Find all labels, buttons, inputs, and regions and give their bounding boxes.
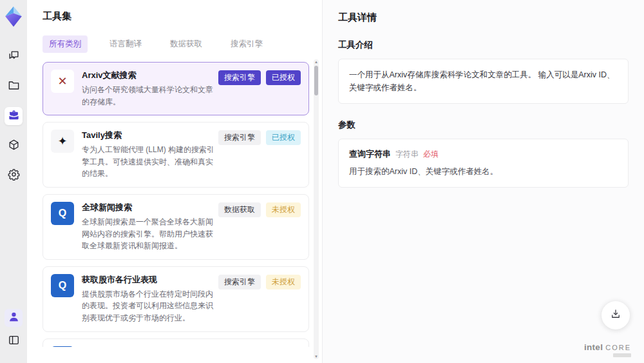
param-head: 查询字符串 字符串 必填 [349,148,618,160]
scroll-down-icon[interactable]: ▼ [314,354,319,359]
tool-list-panel: 工具集 所有类别 语言翻译 数据获取 搜索引擎 Arxiv文献搜索 访问各个研究… [27,0,322,363]
tool-card[interactable]: 全球新闻搜索 全球新闻搜索是一个聚合全球各大新闻网站内容的搜索引擎。帮助用户快速… [43,194,309,260]
arxiv-icon [51,70,74,93]
tool-card[interactable]: 获取股市各行业表现 提供股票市场各个行业在特定时间段内的表现。投资者可以利用这些… [43,266,309,332]
intel-core-logo: intel core [584,342,631,357]
folder-icon [8,79,20,94]
tab-search-engine[interactable]: 搜索引擎 [224,35,269,53]
tool-description: 提供股票市场各个行业在特定时间段内的表现。投资者可以利用这些信息来识别表现优于或… [82,288,214,324]
param-type: 字符串 [395,149,419,160]
tool-card[interactable]: 获取市场最活跃股票信息 提供当天交易量最高的股票列表。投资者可以利用这些信息来识… [43,338,309,347]
download-button[interactable] [601,301,630,329]
tool-card[interactable]: Tavily搜索 专为人工智能代理 (LLM) 构建的搜索引擎工具。可快速提供实… [43,122,309,188]
chat-icon [8,50,20,64]
sidebar-item-chat[interactable] [5,48,23,66]
auth-status-badge: 已授权 [266,70,301,85]
auth-status-badge: 未授权 [266,202,301,217]
param-desc: 用于搜索的Arxiv ID、关键字或作者姓名。 [349,166,618,178]
sidebar-item-files[interactable] [5,77,23,95]
brand-core-text: core [605,344,631,351]
tool-description: 全球新闻搜索是一个聚合全球各大新闻网站内容的搜索引擎。帮助用户快速获取全球最新资… [82,216,214,252]
sidebar [0,0,27,363]
params-heading: 参数 [338,119,629,131]
tool-name: 获取股市各行业表现 [82,274,214,286]
sidebar-item-account[interactable] [5,309,23,327]
sidebar-item-toolbox[interactable] [5,107,23,125]
tool-card-body: 获取市场最活跃股票信息 提供当天交易量最高的股票列表。投资者可以利用这些信息来识… [82,346,218,347]
auth-status-badge: 已授权 [266,130,301,145]
intro-text: 一个用于从Arxiv存储库搜索科学论文和文章的工具。 输入可以是Arxiv ID… [349,68,618,94]
param-box: 查询字符串 字符串 必填 用于搜索的Arxiv ID、关键字或作者姓名。 [338,139,629,188]
tool-description: 访问各个研究领域大量科学论文和文章的存储库。 [82,84,214,108]
category-badge: 搜索引擎 [218,275,261,289]
detail-title: 工具详情 [338,12,629,24]
sidebar-item-packages[interactable] [5,137,23,155]
scroll-up-icon[interactable]: ▲ [314,59,319,64]
tab-data-fetch[interactable]: 数据获取 [164,35,209,53]
intro-heading: 工具介绍 [338,39,629,51]
category-badge: 搜索引擎 [218,70,261,85]
tab-all-categories[interactable]: 所有类别 [43,35,88,53]
scrollbar-thumb[interactable] [314,66,318,95]
sidebar-item-settings[interactable] [5,166,23,184]
tab-language-translation[interactable]: 语言翻译 [103,35,148,53]
tool-tags: 搜索引擎 已授权 [218,70,301,85]
tool-description: 专为人工智能代理 (LLM) 构建的搜索引擎工具。可快速提供实时、准确和真实的结… [82,144,214,180]
tool-name: Tavily搜索 [82,130,214,141]
sidebar-bottom-group [5,309,23,355]
tool-name: 获取市场最活跃股票信息 [82,346,214,347]
category-badge: 搜索引擎 [218,130,261,145]
q-news-icon [51,202,74,225]
tool-name: 全球新闻搜索 [82,202,214,213]
user-icon [8,311,20,326]
tool-tags: 数据获取 未授权 [218,202,301,217]
category-tabs: 所有类别 语言翻译 数据获取 搜索引擎 [43,35,322,53]
category-badge: 数据获取 [218,202,261,217]
tavily-icon [51,130,74,153]
tool-card-body: Tavily搜索 专为人工智能代理 (LLM) 构建的搜索引擎工具。可快速提供实… [82,130,218,180]
page-title: 工具集 [43,10,322,23]
tool-tags: 搜索引擎 未授权 [218,275,301,289]
app-window: 工具集 所有类别 语言翻译 数据获取 搜索引擎 Arxiv文献搜索 访问各个研究… [0,0,644,363]
panel-toggle-icon [8,334,20,349]
tool-list: Arxiv文献搜索 访问各个研究领域大量科学论文和文章的存储库。 搜索引擎 已授… [43,62,309,347]
brand-subtext-placeholder [613,353,631,357]
param-required-badge: 必填 [423,149,439,160]
list-scrollbar[interactable]: ▲ ▼ [314,59,319,359]
q-news-icon [51,274,74,297]
cube-icon [8,139,20,153]
intro-box: 一个用于从Arxiv存储库搜索科学论文和文章的工具。 输入可以是Arxiv ID… [338,59,629,104]
q-news-icon [51,346,74,347]
tool-name: Arxiv文献搜索 [82,70,214,81]
auth-status-badge: 未授权 [266,275,301,289]
briefcase-icon [8,109,20,124]
sidebar-item-panel-toggle[interactable] [5,332,23,350]
app-logo-icon [5,6,23,26]
brand-intel-text: intel [584,342,603,352]
gear-icon [8,168,20,183]
tool-card-body: 全球新闻搜索 全球新闻搜索是一个聚合全球各大新闻网站内容的搜索引擎。帮助用户快速… [82,202,218,252]
tool-card[interactable]: Arxiv文献搜索 访问各个研究领域大量科学论文和文章的存储库。 搜索引擎 已授… [43,62,309,115]
download-icon [610,308,621,322]
tool-tags: 搜索引擎 已授权 [218,130,301,145]
tool-card-body: Arxiv文献搜索 访问各个研究领域大量科学论文和文章的存储库。 [82,70,218,108]
tool-card-body: 获取股市各行业表现 提供股票市场各个行业在特定时间段内的表现。投资者可以利用这些… [82,274,218,324]
tool-detail-panel: 工具详情 工具介绍 一个用于从Arxiv存储库搜索科学论文和文章的工具。 输入可… [322,0,644,363]
param-name: 查询字符串 [349,148,391,160]
